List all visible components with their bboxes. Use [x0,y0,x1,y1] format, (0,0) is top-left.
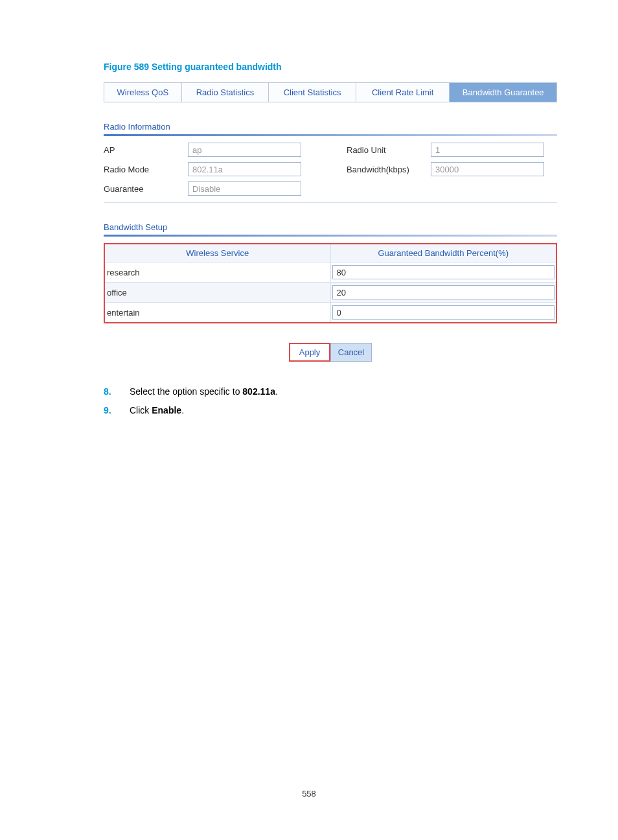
radio-mode-field[interactable] [188,162,301,176]
step-number: 9. [104,404,130,417]
ap-label: AP [104,145,188,155]
percent-input[interactable] [332,285,555,299]
step-number: 8. [104,385,130,399]
tabs-bar: Wireless QoS Radio Statistics Client Sta… [104,82,557,102]
step-9: 9. Click Enable. [104,404,553,417]
text: . [181,405,184,415]
figure-title: Figure 589 Setting guaranteed bandwidth [104,62,553,72]
service-cell: research [104,262,330,283]
col-guaranteed-percent: Guaranteed Bandwidth Percent(%) [330,244,556,262]
guarantee-label: Guarantee [104,184,188,194]
percent-input[interactable] [332,305,555,320]
text-bold: Enable [152,405,181,415]
radio-mode-label: Radio Mode [104,165,188,174]
bandwidth-setup-title: Bandwidth Setup [104,222,553,232]
service-cell: office [104,283,330,303]
button-row: ApplyCancel [104,343,557,362]
divider [104,134,557,136]
page-number: 558 [0,789,618,799]
bandwidth-setup-table: Wireless Service Guaranteed Bandwidth Pe… [104,243,557,323]
bandwidth-field[interactable] [431,162,544,176]
bandwidth-label: Bandwidth(kbps) [347,165,431,174]
tab-radio-statistics[interactable]: Radio Statistics [182,83,269,102]
divider [104,202,557,203]
radio-unit-label: Radio Unit [347,145,431,155]
instruction-steps: 8. Select the option specific to 802.11a… [104,385,553,417]
apply-button[interactable]: Apply [289,343,330,362]
cancel-button[interactable]: Cancel [330,343,372,362]
table-row: research [104,262,556,283]
radio-information-grid: AP Radio Unit Radio Mode Bandwidth(kbps)… [104,143,557,196]
text: . [275,386,278,397]
percent-input[interactable] [332,265,555,279]
tab-client-statistics[interactable]: Client Statistics [269,83,356,102]
radio-information-title: Radio Information [104,122,553,132]
text: Select the option specific to [130,386,242,397]
ap-field[interactable] [188,143,301,157]
step-text: Select the option specific to 802.11a. [130,385,278,399]
guarantee-field[interactable] [188,181,301,196]
col-wireless-service: Wireless Service [104,244,330,262]
table-row: entertain [104,303,556,323]
divider [104,235,557,237]
service-cell: entertain [104,303,330,323]
text-bold: 802.11a [242,386,275,397]
step-8: 8. Select the option specific to 802.11a… [104,385,553,399]
tab-client-rate-limit[interactable]: Client Rate Limit [356,83,450,102]
table-row: office [104,283,556,303]
tab-wireless-qos[interactable]: Wireless QoS [104,83,182,102]
radio-unit-field[interactable] [431,143,544,157]
tab-bandwidth-guarantee[interactable]: Bandwidth Guarantee [450,83,556,102]
text: Click [130,405,152,415]
step-text: Click Enable. [130,404,184,417]
